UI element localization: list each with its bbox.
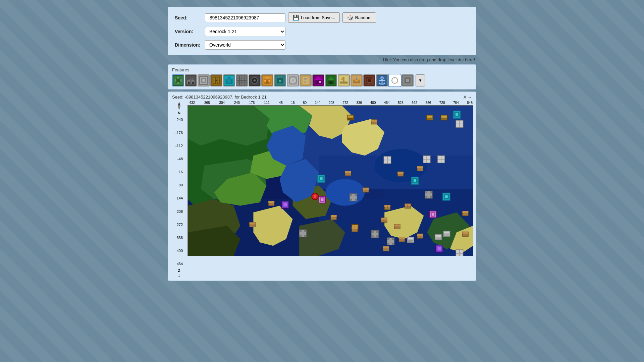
svg-rect-1	[176, 78, 180, 83]
svg-rect-224	[427, 160, 430, 163]
svg-rect-52	[289, 82, 291, 84]
map-with-axes: N -240 -176 -112 -48 16 80 144 208 272 3…	[171, 101, 473, 278]
svg-rect-12	[192, 82, 194, 84]
feature-icon-swamp-hut[interactable]	[325, 74, 337, 86]
svg-rect-144	[417, 234, 423, 236]
svg-rect-246	[463, 211, 469, 213]
svg-rect-11	[188, 82, 190, 84]
y-label-5: 80	[175, 183, 183, 187]
x-label-18: 720	[439, 101, 445, 105]
svg-rect-47	[279, 80, 281, 82]
x-axis-labels: -432 -368 -304 -240 -176 -112 -48 16 80 …	[187, 101, 473, 105]
feature-icon-dungeon[interactable]	[287, 74, 299, 86]
x-label-6: -48	[278, 101, 282, 105]
z-arrow: ↓	[178, 273, 180, 278]
features-panel: Features	[168, 64, 476, 89]
svg-point-122	[375, 149, 427, 182]
svg-rect-191	[445, 195, 448, 198]
x-label-10: 208	[329, 101, 334, 105]
version-select[interactable]: Bedrock 1.21 Java 1.21 Java 1.20 Bedrock…	[205, 27, 285, 36]
svg-rect-138	[381, 218, 387, 220]
y-label-4: 16	[175, 170, 183, 174]
x-label-12: 336	[356, 101, 362, 105]
feature-icon-desert-temple[interactable]	[261, 74, 273, 86]
x-label-9: 144	[315, 101, 321, 105]
feature-icon-woodland-mansion[interactable]	[312, 74, 324, 86]
feature-icon-ruined-portal[interactable]	[363, 74, 375, 86]
svg-rect-80	[356, 77, 357, 80]
settings-panel: Seed: 💾 Load from Save... 🎲 Random Versi…	[168, 7, 476, 55]
x-label-19: 784	[453, 101, 459, 105]
svg-rect-136	[352, 227, 358, 229]
svg-rect-257	[456, 254, 459, 256]
feature-icon-ocean-monument[interactable]	[223, 74, 235, 86]
feature-icon-shipwreck[interactable]	[338, 74, 350, 86]
feature-icon-mineshaft[interactable]	[210, 74, 222, 86]
svg-rect-221	[423, 156, 426, 159]
x-label-0: -432	[188, 101, 195, 105]
pillager-outpost-svg	[301, 76, 310, 85]
mineshaft-svg	[212, 76, 221, 85]
svg-marker-104	[188, 106, 270, 145]
svg-rect-16	[203, 79, 205, 82]
svg-rect-2	[177, 77, 179, 79]
feature-icon-jungle-temple[interactable]	[274, 74, 286, 86]
svg-rect-124	[348, 116, 353, 118]
svg-rect-219	[383, 246, 389, 248]
svg-rect-146	[331, 215, 337, 217]
y-label-2: -112	[175, 144, 183, 148]
feature-icon-stronghold[interactable]	[198, 74, 210, 86]
svg-rect-227	[441, 156, 444, 159]
svg-rect-51	[294, 76, 297, 79]
village-svg	[186, 76, 196, 85]
feature-icon-gray[interactable]	[401, 74, 414, 86]
feature-icon-anchor[interactable]	[376, 74, 388, 86]
svg-rect-194	[414, 179, 416, 182]
x-label-4: -176	[248, 101, 255, 105]
x-label-16: 592	[412, 101, 417, 105]
svg-rect-171	[304, 235, 306, 237]
svg-rect-45	[278, 76, 280, 78]
svg-rect-46	[281, 76, 282, 78]
map-canvas[interactable]	[187, 105, 473, 256]
svg-rect-21	[213, 77, 215, 83]
x-label-8: 80	[303, 101, 307, 105]
load-from-save-button[interactable]: 💾 Load from Save...	[288, 12, 340, 23]
svg-rect-256	[460, 250, 463, 253]
feature-icon-pillager-outpost[interactable]	[300, 74, 312, 86]
svg-rect-84	[366, 77, 372, 79]
svg-rect-140	[394, 224, 400, 226]
expand-features-button[interactable]: ▼	[416, 74, 425, 86]
dimension-select[interactable]: Overworld Nether The End	[205, 40, 285, 50]
svg-rect-185	[432, 213, 434, 216]
seed-input[interactable]	[205, 13, 285, 22]
desert-temple-svg	[263, 76, 272, 85]
svg-rect-248	[463, 232, 469, 234]
svg-rect-56	[303, 77, 309, 84]
feature-icon-village[interactable]	[185, 74, 197, 86]
seed-label: Seed:	[175, 15, 205, 20]
svg-rect-50	[289, 76, 291, 79]
feature-icon-end-city[interactable]	[249, 74, 261, 86]
compass-svg	[175, 101, 183, 111]
svg-rect-240	[417, 166, 423, 168]
feature-icon-spawn[interactable]	[172, 74, 184, 86]
svg-rect-202	[283, 203, 287, 206]
feature-icon-buried-treasure[interactable]	[351, 74, 363, 86]
svg-rect-165	[372, 235, 374, 237]
svg-rect-231	[384, 157, 387, 160]
svg-rect-177	[436, 235, 441, 237]
svg-rect-129	[441, 116, 447, 118]
random-button[interactable]: 🎲 Random	[342, 12, 376, 23]
feature-icon-nether-fortress[interactable]	[236, 74, 248, 86]
svg-point-36	[254, 79, 256, 82]
spawn-svg	[173, 76, 183, 85]
seed-row: Seed: 💾 Load from Save... 🎲 Random	[175, 12, 469, 23]
map-header: Seed: -8981345221096923987, for Bedrock …	[171, 95, 473, 100]
svg-rect-258	[460, 254, 463, 256]
feature-icon-selected[interactable]	[389, 74, 401, 86]
x-label-20: 848	[467, 101, 473, 105]
load-icon: 💾	[292, 14, 299, 21]
x-label-7: 16	[291, 101, 294, 105]
svg-rect-73	[343, 77, 344, 82]
